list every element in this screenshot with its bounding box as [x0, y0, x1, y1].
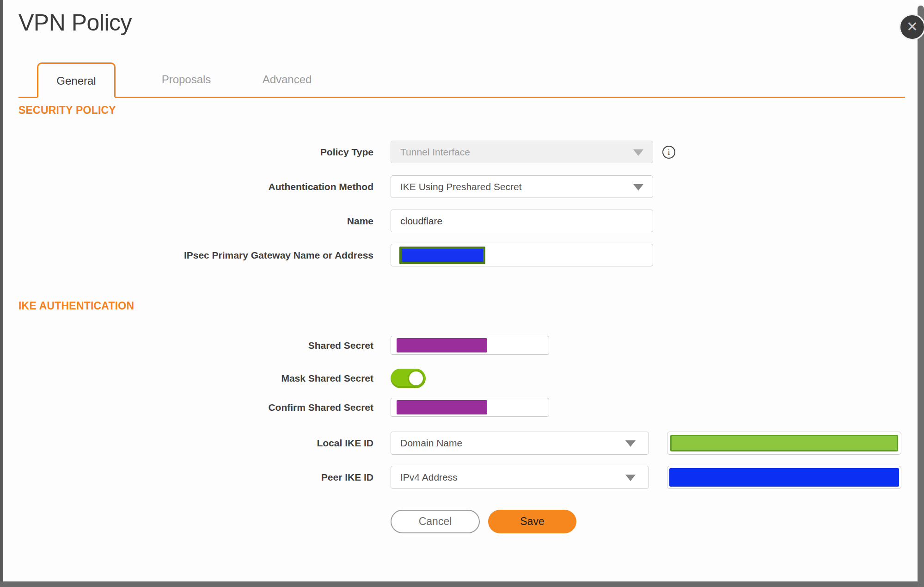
tab-proposals[interactable]: Proposals	[147, 62, 226, 98]
confirm-shared-secret-label: Confirm Shared Secret	[3, 398, 373, 417]
gateway-input[interactable]	[391, 244, 653, 266]
redacted-local-ike-id-value	[670, 435, 898, 451]
page-edge-bottom	[0, 581, 924, 587]
policy-type-value: Tunnel Interface	[400, 147, 470, 158]
cancel-button[interactable]: Cancel	[391, 510, 480, 533]
tab-bar: General Proposals Advanced	[18, 62, 905, 98]
peer-ike-id-input[interactable]	[667, 466, 901, 489]
tab-advanced[interactable]: Advanced	[248, 62, 326, 98]
peer-ike-id-value: IPv4 Address	[400, 472, 458, 483]
policy-type-select: Tunnel Interface	[391, 141, 653, 163]
shared-secret-input[interactable]	[391, 336, 549, 355]
policy-type-label: Policy Type	[3, 141, 373, 163]
page-title: VPN Policy	[18, 9, 132, 36]
redacted-shared-secret-value	[397, 338, 487, 352]
local-ike-id-label: Local IKE ID	[3, 432, 373, 455]
authentication-method-select[interactable]: IKE Using Preshared Secret	[391, 175, 653, 198]
shared-secret-label: Shared Secret	[3, 336, 373, 355]
authentication-method-label: Authentication Method	[3, 175, 373, 198]
redacted-confirm-shared-secret-value	[397, 400, 487, 414]
mask-shared-secret-label: Mask Shared Secret	[3, 369, 373, 388]
local-ike-id-select[interactable]: Domain Name	[391, 432, 649, 455]
section-ike-authentication: IKE AUTHENTICATION	[18, 300, 134, 312]
dropdown-arrow-icon	[625, 440, 636, 447]
dropdown-arrow-icon	[625, 475, 636, 481]
redacted-peer-ike-id-value	[669, 468, 899, 487]
dropdown-arrow-icon	[633, 149, 643, 156]
authentication-method-value: IKE Using Preshared Secret	[400, 181, 522, 192]
name-input[interactable]: cloudflare	[391, 210, 653, 232]
redacted-gateway-value	[399, 247, 485, 264]
vertical-scrollbar[interactable]	[918, 6, 924, 587]
local-ike-id-input[interactable]	[667, 432, 901, 455]
confirm-shared-secret-input[interactable]	[391, 398, 549, 417]
peer-ike-id-label: Peer IKE ID	[3, 466, 373, 489]
save-button[interactable]: Save	[488, 510, 576, 533]
vpn-policy-dialog: VPN Policy General Proposals Advanced SE…	[3, 0, 918, 581]
mask-shared-secret-toggle[interactable]	[391, 369, 426, 388]
name-value: cloudflare	[400, 216, 442, 227]
info-icon[interactable]: i	[662, 146, 675, 159]
tab-general[interactable]: General	[37, 62, 116, 98]
toggle-knob	[408, 370, 424, 387]
close-icon[interactable]: ✕	[899, 14, 924, 40]
page-edge-left	[0, 0, 3, 587]
local-ike-id-value: Domain Name	[400, 438, 462, 449]
name-label: Name	[3, 210, 373, 232]
dropdown-arrow-icon	[633, 184, 643, 191]
peer-ike-id-select[interactable]: IPv4 Address	[391, 466, 649, 489]
section-security-policy: SECURITY POLICY	[18, 104, 116, 117]
gateway-label: IPsec Primary Gateway Name or Address	[3, 244, 373, 266]
